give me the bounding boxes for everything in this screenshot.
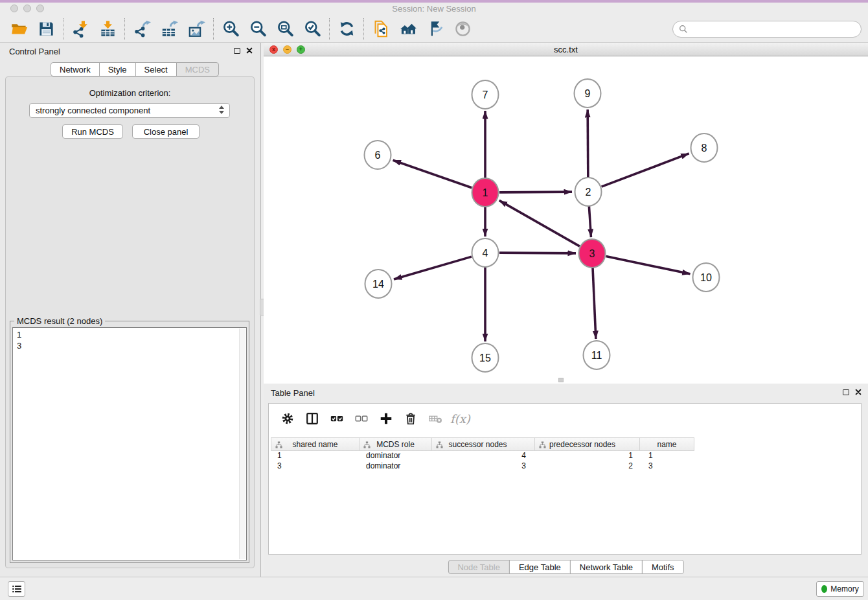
- clear-all-checkboxes-icon: [354, 411, 369, 426]
- task-history-button[interactable]: [8, 581, 25, 597]
- network-window-titlebar[interactable]: x – + scc.txt: [264, 43, 868, 56]
- table-row[interactable]: 1dominator411: [271, 451, 861, 461]
- close-panel-icon[interactable]: [246, 47, 253, 54]
- column-header-successor-nodes[interactable]: successor nodes: [431, 437, 535, 451]
- annotations-flag-button[interactable]: [422, 17, 449, 41]
- table-toolbar: f(x): [269, 404, 861, 433]
- edge-2-8[interactable]: [602, 154, 689, 187]
- import-table-button[interactable]: [94, 17, 121, 41]
- graph-node-8[interactable]: 8: [691, 133, 718, 162]
- mcds-result-textarea[interactable]: 1 3: [12, 327, 247, 560]
- graph-node-7[interactable]: 7: [472, 80, 499, 109]
- run-mcds-button[interactable]: Run MCDS: [62, 124, 123, 139]
- column-label: MCDS role: [376, 440, 415, 449]
- new-network-from-selection-button[interactable]: [367, 17, 394, 41]
- graph-node-4[interactable]: 4: [472, 238, 499, 267]
- ndex-home-icon: [400, 20, 417, 38]
- table-settings-button[interactable]: [275, 408, 300, 429]
- column-header-shared-name[interactable]: shared name: [271, 437, 360, 451]
- edge-1-2[interactable]: [499, 192, 572, 192]
- refresh-icon: [338, 20, 356, 38]
- result-scrollbar[interactable]: [239, 329, 246, 559]
- graphics-details-button[interactable]: [449, 17, 476, 41]
- node-label: 6: [375, 150, 381, 161]
- export-table-button[interactable]: [155, 17, 183, 41]
- search-input[interactable]: [692, 23, 861, 36]
- toolbar-separator: [363, 18, 364, 40]
- tab-edge-table[interactable]: Edge Table: [509, 560, 571, 574]
- tab-network[interactable]: Network: [51, 62, 100, 76]
- refresh-button[interactable]: [333, 17, 360, 41]
- edge-3-1[interactable]: [499, 200, 580, 246]
- tab-network-table[interactable]: Network Table: [570, 560, 643, 574]
- memory-status-icon: [821, 585, 827, 593]
- zoom-in-button[interactable]: [217, 17, 244, 41]
- edge-4-3[interactable]: [499, 253, 576, 253]
- column-header-name[interactable]: name: [639, 437, 694, 451]
- network-canvas[interactable]: 7968124314101511: [264, 56, 868, 384]
- graph-node-11[interactable]: 11: [584, 341, 610, 369]
- toolbar-separator: [329, 18, 330, 40]
- table-cell: 3: [433, 461, 537, 472]
- canvas-scroll-thumb[interactable]: [558, 378, 564, 382]
- node-label: 8: [702, 143, 707, 154]
- control-panel-title: Control Panel: [9, 47, 60, 56]
- export-network-button[interactable]: [128, 17, 155, 41]
- table-cell: 1: [271, 451, 360, 461]
- delete-row-button[interactable]: [398, 408, 423, 429]
- table-row[interactable]: 3dominator323: [271, 461, 861, 472]
- tab-mcds[interactable]: MCDS: [176, 62, 219, 76]
- edge-1-6[interactable]: [393, 160, 472, 187]
- close-panel-button[interactable]: Close panel: [132, 124, 200, 139]
- tab-style[interactable]: Style: [99, 62, 136, 76]
- save-session-icon: [38, 20, 55, 38]
- open-session-button[interactable]: [5, 17, 32, 41]
- edge-3-10[interactable]: [606, 257, 691, 274]
- edge-2-3[interactable]: [589, 206, 591, 237]
- export-image-button[interactable]: [183, 17, 210, 41]
- float-panel-icon[interactable]: [234, 48, 240, 54]
- function-builder-icon[interactable]: f(x): [448, 412, 470, 426]
- tab-select[interactable]: Select: [135, 62, 177, 76]
- zoom-fit-button[interactable]: [271, 17, 299, 41]
- graph-node-10[interactable]: 10: [693, 263, 720, 292]
- column-header-MCDS-role[interactable]: MCDS role: [359, 437, 432, 451]
- graph-node-3[interactable]: 3: [579, 239, 606, 268]
- memory-button[interactable]: Memory: [816, 581, 864, 597]
- graph-node-2[interactable]: 2: [575, 178, 602, 206]
- graph-node-15[interactable]: 15: [472, 343, 499, 372]
- table-cell: dominator: [360, 451, 433, 461]
- mcds-result-title: MCDS result (2 nodes): [14, 316, 105, 326]
- save-session-button[interactable]: [32, 17, 60, 41]
- column-header-predecessor-nodes[interactable]: predecessor nodes: [534, 437, 640, 451]
- float-table-panel-icon[interactable]: [843, 389, 849, 395]
- import-network-button[interactable]: [67, 17, 94, 41]
- graph-node-14[interactable]: 14: [365, 270, 392, 298]
- select-all-checkboxes-button[interactable]: [325, 408, 349, 429]
- table-body: 1dominator4113dominator323: [271, 451, 861, 472]
- graph-node-1[interactable]: 1: [472, 178, 499, 207]
- close-table-panel-icon[interactable]: [855, 389, 862, 395]
- tab-motifs[interactable]: Motifs: [642, 560, 684, 574]
- show-columns-button[interactable]: [300, 408, 325, 429]
- zoom-out-button[interactable]: [244, 17, 271, 41]
- table-panel-tabs: Node TableEdge TableNetwork TableMotifs: [448, 560, 683, 574]
- add-row-button[interactable]: [374, 408, 398, 429]
- table-panel: Table Panel f(x) shared nameMCDS rolesuc…: [264, 384, 868, 577]
- ndex-home-button[interactable]: [394, 17, 422, 41]
- tab-node-table[interactable]: Node Table: [448, 560, 510, 574]
- new-network-from-selection-icon: [372, 20, 390, 38]
- graph-node-6[interactable]: 6: [365, 141, 391, 169]
- column-label: shared name: [292, 440, 337, 449]
- edge-3-11[interactable]: [593, 268, 596, 339]
- zoom-selected-button[interactable]: [299, 17, 326, 41]
- attribute-type-icon: [436, 441, 443, 448]
- clear-all-checkboxes-button[interactable]: [349, 408, 374, 429]
- node-label: 1: [483, 187, 488, 198]
- criterion-select[interactable]: strongly connected component: [29, 103, 230, 118]
- mcds-panel: Optimization criterion: strongly connect…: [5, 76, 255, 568]
- delete-column-button[interactable]: [423, 408, 448, 429]
- graph-node-9[interactable]: 9: [575, 79, 601, 108]
- edge-4-14[interactable]: [394, 257, 472, 279]
- edge-2-9[interactable]: [588, 110, 588, 178]
